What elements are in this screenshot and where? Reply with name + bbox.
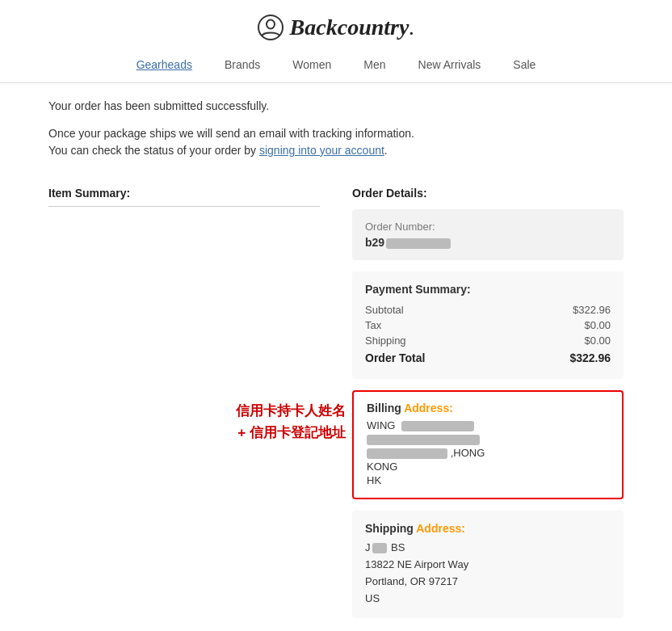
order-number-prefix: b29 <box>365 236 384 249</box>
nav-item-brands[interactable]: Brands <box>225 58 260 71</box>
billing-name-redacted <box>401 421 474 431</box>
message-area: Your order has been submitted successful… <box>48 83 624 187</box>
shipping-country: US <box>365 591 611 608</box>
annotation-line1: 信用卡持卡人姓名 <box>192 400 346 422</box>
shipping-city-state: Portland, OR 97217 <box>365 574 611 591</box>
logo-text: Backcountry. <box>290 15 415 40</box>
nav-item-men[interactable]: Men <box>363 58 385 71</box>
tax-label: Tax <box>365 319 381 331</box>
order-number-redacted <box>386 238 451 249</box>
billing-region: KONG <box>367 461 609 473</box>
order-number-label: Order Number: <box>365 221 611 233</box>
nav-item-gearheads[interactable]: Gearheads <box>136 58 192 71</box>
payment-summary-title: Payment Summary: <box>365 283 611 296</box>
nav-item-women[interactable]: Women <box>292 58 331 71</box>
item-summary-column: Item Summary: <box>48 187 320 207</box>
shipping-street: 13822 NE Airport Way <box>365 557 611 574</box>
order-number-value: b29 <box>365 236 611 249</box>
shipping-name-redacted <box>372 543 387 553</box>
sign-in-link[interactable]: signing into your account <box>259 144 384 157</box>
shipping-name-first: J <box>365 541 371 553</box>
shipping-label: Shipping <box>365 334 406 347</box>
billing-city-text: ,HONG <box>451 447 485 459</box>
billing-line2-redacted <box>367 435 480 445</box>
tracking-text-2: . <box>384 144 388 157</box>
order-total-row: Order Total $322.96 <box>365 351 611 364</box>
shipping-address-box: Shipping Address: J BS 13822 NE Airport … <box>352 511 624 618</box>
logo-container: Backcountry. <box>0 15 672 40</box>
billing-title: Billing Address: <box>367 402 609 414</box>
main-content: Your order has been submitted successful… <box>0 83 672 629</box>
billing-address-box: 信用卡持卡人姓名 + 信用卡登記地址 Billing Address: WING <box>352 390 624 499</box>
header: Backcountry. Gearheads Brands Women Men … <box>0 0 672 83</box>
shipping-name-second: BS <box>388 541 405 553</box>
nav-item-sale[interactable]: Sale <box>513 58 536 71</box>
tax-value: $0.00 <box>584 319 611 331</box>
order-number-box: Order Number: b29 <box>352 209 624 260</box>
billing-city: ,HONG <box>367 447 609 459</box>
nav-item-new-arrivals[interactable]: New Arrivals <box>418 58 481 71</box>
order-total-value: $322.96 <box>569 351 611 364</box>
svg-point-1 <box>267 20 275 29</box>
columns-area: Item Summary: Order Details: Order Numbe… <box>48 187 624 629</box>
order-details-column: Order Details: Order Number: b29 Payment… <box>352 187 624 629</box>
person-icon <box>258 15 284 40</box>
shipping-value: $0.00 <box>584 334 611 347</box>
shipping-name: J BS <box>365 540 611 557</box>
billing-line2 <box>367 433 609 445</box>
billing-city-redacted <box>367 448 447 459</box>
billing-name-text: WING <box>367 419 395 431</box>
item-summary-title: Item Summary: <box>48 187 320 200</box>
billing-bold: Billing <box>367 402 401 414</box>
shipping-title: Shipping Address: <box>365 522 611 535</box>
shipping-bold: Shipping <box>365 522 414 535</box>
main-nav: Gearheads Brands Women Men New Arrivals … <box>0 52 672 74</box>
order-details-title: Order Details: <box>352 187 624 200</box>
annotation-line2: + 信用卡登記地址 <box>192 422 346 444</box>
subtotal-label: Subtotal <box>365 304 404 316</box>
annotation: 信用卡持卡人姓名 + 信用卡登記地址 <box>192 400 346 444</box>
subtotal-value: $322.96 <box>573 304 611 316</box>
billing-colored: Address: <box>401 402 453 414</box>
shipping-row: Shipping $0.00 <box>365 334 611 347</box>
item-summary-divider <box>48 206 320 207</box>
page-wrapper: Backcountry. Gearheads Brands Women Men … <box>0 0 672 629</box>
tax-row: Tax $0.00 <box>365 319 611 331</box>
success-message: Your order has been submitted successful… <box>48 99 624 112</box>
subtotal-row: Subtotal $322.96 <box>365 304 611 316</box>
payment-summary-box: Payment Summary: Subtotal $322.96 Tax $0… <box>352 271 624 379</box>
shipping-colored: Address: <box>414 522 465 535</box>
billing-name: WING <box>367 419 609 431</box>
tracking-message: Once your package ships we will send an … <box>48 125 428 159</box>
billing-country: HK <box>367 474 609 486</box>
order-total-label: Order Total <box>365 351 425 364</box>
